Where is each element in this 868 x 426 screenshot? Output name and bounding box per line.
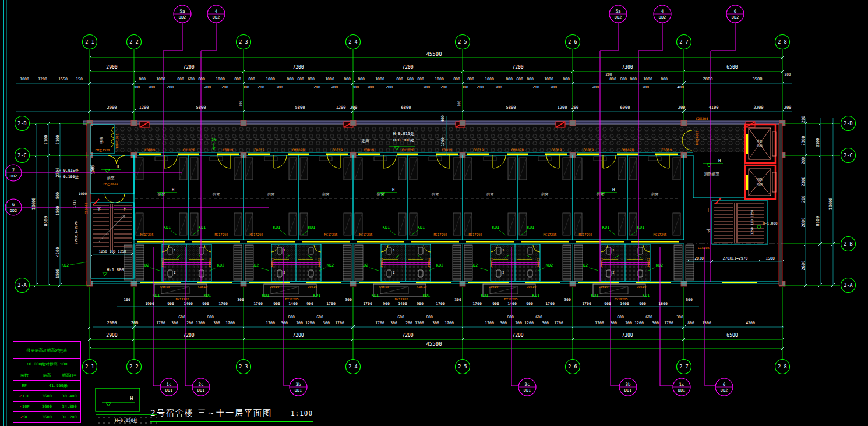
floor-label: ✓9F <box>13 412 36 423</box>
dim-text: 900 <box>417 301 424 306</box>
corridor-window-label: C0819 <box>473 148 484 152</box>
dim-text: 300 <box>564 297 571 302</box>
door-label-FM: FM乙6522 <box>103 182 118 186</box>
dim-text: 300 <box>345 297 352 302</box>
label-C15205: C15205 <box>698 246 710 250</box>
plan-path <box>106 403 111 406</box>
legend-h-label: H <box>130 396 133 402</box>
dim-text: 1700 <box>582 301 591 306</box>
dim-text: 800 <box>234 77 241 81</box>
dim-text: 4100 <box>709 105 719 110</box>
window-CM1028 <box>507 154 528 155</box>
dim-text: 800 <box>198 77 205 81</box>
label-KD1: KD1 <box>199 225 206 230</box>
dim-text: 600 <box>620 77 627 81</box>
label-C0619: C0619 <box>637 285 647 289</box>
elevation-h-mark: H <box>117 164 119 169</box>
dim-text: 2300 <box>801 177 806 187</box>
dim-text: 200 <box>350 105 358 110</box>
dim-text: 600 <box>188 77 195 81</box>
dim-text: 2100 <box>55 135 60 145</box>
dim-text: 300 <box>676 315 683 320</box>
dim-text: 800 <box>396 77 403 81</box>
label-KD1: KD1 <box>204 293 211 298</box>
window-south <box>722 282 757 283</box>
window-MC17295 <box>302 241 350 243</box>
dim-text: 1400 <box>288 301 298 306</box>
corridor-window-label: C0819 <box>332 148 343 152</box>
dim-text: 6900 <box>620 105 630 110</box>
label-MC17295: MC17295 <box>214 233 228 236</box>
label-KD2: KD2 <box>436 263 444 268</box>
axis-bubble-code: DD1 <box>197 388 205 393</box>
axis-bubble-label: 1c <box>679 382 684 387</box>
label-MC17295: MC17295 <box>359 233 372 236</box>
window-south <box>416 282 451 283</box>
dim-text: 1000 <box>216 77 225 81</box>
axis-bubble-label: 2-1 <box>85 39 94 45</box>
corridor-elevation: H-0.100处 <box>393 138 415 143</box>
legend-box <box>96 388 140 411</box>
dim-text: 2900 <box>107 105 117 110</box>
dim-text: 1700 <box>436 301 445 306</box>
dim-text: 1000 <box>435 77 444 81</box>
dim-text: 300 <box>652 321 659 325</box>
stair-down-label: 下 <box>97 207 101 212</box>
lobby-label: 前室 <box>107 176 115 180</box>
axis-bubble-label: 6 <box>12 202 15 207</box>
dim-text: 200 <box>801 116 806 123</box>
elevator-door <box>746 175 748 190</box>
dim-text: 1000 <box>485 77 494 81</box>
label-KD1: KD1 <box>643 293 650 298</box>
dim-text: 200 <box>386 85 393 90</box>
column <box>241 281 246 286</box>
corridor-window-label: C0819 <box>442 148 452 152</box>
label-KD1: KD1 <box>164 225 171 230</box>
dim-text: 7200 <box>292 65 304 70</box>
dim-text: 1550 <box>58 77 68 81</box>
dim-text: 800 <box>177 77 184 81</box>
dim-text: 8500 <box>816 216 820 226</box>
dim-text: 200 <box>405 321 412 325</box>
label-C28205: C28205 <box>696 116 708 120</box>
dim-text: 200 <box>276 85 283 90</box>
dim-text: 200 <box>515 321 522 325</box>
door-arc <box>274 155 287 168</box>
detail-axis-line <box>660 247 673 386</box>
dim-text: 1700 <box>156 321 165 325</box>
dim-text: 300 <box>390 321 397 325</box>
dim-text: 7200 <box>402 65 413 70</box>
label-KD2: KD2 <box>656 263 664 268</box>
floor-elevation: 34.800 <box>58 402 81 412</box>
ac-louver <box>245 245 253 280</box>
dim-text: 45500 <box>426 341 442 347</box>
axis-bubble-label: 2-A <box>844 282 852 288</box>
dim-text: 270X11=2970 <box>722 256 747 261</box>
plan-line <box>280 230 287 235</box>
ac-louver <box>453 245 461 280</box>
room-label: 宿舍 <box>651 192 659 197</box>
corridor-hatch <box>115 125 746 152</box>
room-label: 宿舍 <box>432 192 440 197</box>
door-arc <box>657 155 669 168</box>
dim-text: 1200 <box>524 321 534 325</box>
elevation-note: H+0.050处 <box>96 414 157 426</box>
window-C0819 <box>436 154 458 155</box>
axis-bubble-code: DD2 <box>721 388 728 393</box>
axis-bubble-label: 2-D <box>844 120 852 126</box>
corridor-window-label: CM1028 <box>401 148 414 152</box>
dim-text: 1700 <box>664 321 673 325</box>
label-BY12285: BY12285 <box>614 297 627 301</box>
label-KD1: KD1 <box>481 293 489 298</box>
dim-text: 1730 <box>72 199 76 208</box>
door-arc <box>603 155 616 168</box>
dim-text: 1700 <box>326 301 336 306</box>
desk <box>429 157 442 161</box>
stair-down-label: 下 <box>707 229 711 234</box>
ac-louver <box>674 245 682 280</box>
stall-number: 1 <box>502 248 504 252</box>
label-C0619: C0619 <box>160 285 170 289</box>
desk <box>538 157 551 161</box>
dim-text: 1250 100 1250 <box>99 249 126 253</box>
floor-label: ✓11F <box>13 391 36 402</box>
